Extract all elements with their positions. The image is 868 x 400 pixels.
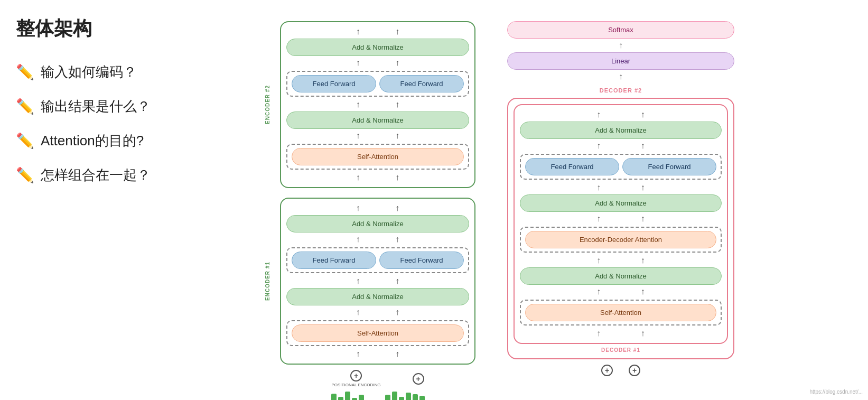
dec-circle-plus-2: + bbox=[629, 365, 640, 376]
question-item-4: ✏️ 怎样组合在一起？ bbox=[16, 166, 238, 184]
enc1-ff-row: Feed Forward Feed Forward bbox=[292, 252, 464, 269]
arrow-enc2-ff: ↑ ↑ bbox=[286, 59, 469, 67]
arrow-dec2-bottom: ↑ ↑ bbox=[520, 329, 722, 338]
pencil-icon-1: ✏️ bbox=[16, 63, 34, 81]
encoder2-label: ENCODER #2 bbox=[265, 85, 270, 124]
dec2-ff-dashed: Feed Forward Feed Forward bbox=[520, 154, 722, 180]
arrow-enc2-mid: ↑ ↑ bbox=[286, 100, 469, 109]
enc2-sa-dashed: Self-Attention bbox=[286, 144, 469, 170]
enc2-self-attn: Self-Attention bbox=[292, 148, 464, 165]
pencil-icon-3: ✏️ bbox=[16, 132, 34, 150]
softmax-pill: Softmax bbox=[507, 21, 734, 39]
watermark: https://blog.csdn.net/... bbox=[809, 389, 863, 395]
encoder-stack: ENCODER #2 ↑ ↑ Add & Normalize ↑ ↑ Feed … bbox=[280, 21, 475, 400]
diagram-panel: ENCODER #2 ↑ ↑ Add & Normalize ↑ ↑ Feed … bbox=[248, 11, 852, 400]
dec2-add-norm-bot: Add & Normalize bbox=[520, 267, 722, 285]
dec2-enc-dec-attn: Encoder-Decoder Attention bbox=[525, 231, 716, 248]
token-x1: x₁ Thinking bbox=[331, 392, 364, 400]
bar8 bbox=[399, 397, 404, 400]
enc2-ff-row: Feed Forward Feed Forward bbox=[292, 75, 464, 92]
arrow-linear: ↑ bbox=[507, 72, 734, 81]
dec2-ff-row: Feed Forward Feed Forward bbox=[525, 158, 716, 175]
decoder2-label-text: DECODER #2 bbox=[507, 87, 734, 94]
decoder1-label-text: DECODER #1 bbox=[514, 347, 728, 353]
bar6 bbox=[385, 395, 390, 400]
linear-pill: Linear bbox=[507, 52, 734, 70]
dec-circle-plus-1: + bbox=[601, 365, 613, 376]
pos-enc-circle-2: + bbox=[413, 373, 424, 385]
encoder1-box: ENCODER #1 ↑ ↑ Add & Normalize ↑ ↑ Feed … bbox=[280, 198, 475, 365]
question-text-1: 输入如何编码？ bbox=[41, 63, 137, 81]
dec2-add-norm-mid: Add & Normalize bbox=[520, 194, 722, 212]
enc2-add-norm-top: Add & Normalize bbox=[286, 39, 469, 56]
arrow-dec2-add-norm2: ↑ ↑ bbox=[520, 256, 722, 265]
enc1-dashed: Feed Forward Feed Forward bbox=[286, 247, 469, 273]
arrow-softmax: ↑ bbox=[507, 41, 734, 50]
pencil-icon-4: ✏️ bbox=[16, 166, 34, 184]
question-item-3: ✏️ Attention的目的? bbox=[16, 132, 238, 150]
decoder-bottom: + + bbox=[507, 365, 734, 376]
arrow-enc1-ff: ↑ ↑ bbox=[286, 235, 469, 244]
enc1-ff1: Feed Forward bbox=[292, 252, 376, 269]
decoder-top-pills: Softmax ↑ Linear ↑ bbox=[507, 21, 734, 81]
bar3 bbox=[345, 392, 350, 400]
arrow-enc2-sa: ↑ ↑ bbox=[286, 132, 469, 140]
enc1-self-attn: Self-Attention bbox=[292, 324, 464, 342]
arrow-enc2-top: ↑ ↑ bbox=[286, 27, 469, 36]
arrow-enc1-mid: ↑ ↑ bbox=[286, 277, 469, 285]
enc1-ff2: Feed Forward bbox=[379, 252, 464, 269]
enc2-add-norm-mid: Add & Normalize bbox=[286, 111, 469, 129]
dec2-self-attn: Self-Attention bbox=[525, 304, 716, 321]
dec2-sa-dashed: Self-Attention bbox=[520, 300, 722, 325]
arrow-enc1-bottom: ↑ ↑ bbox=[286, 350, 469, 358]
bar10 bbox=[413, 394, 418, 400]
encoder2-box: ENCODER #2 ↑ ↑ Add & Normalize ↑ ↑ Feed … bbox=[280, 21, 475, 188]
arrow-enc2-bottom: ↑ ↑ bbox=[286, 173, 469, 182]
arrow-dec2-enc: ↑ ↑ bbox=[520, 215, 722, 223]
bar9 bbox=[406, 393, 411, 400]
bar4 bbox=[352, 398, 357, 400]
bar11 bbox=[419, 396, 425, 400]
enc2-ff2: Feed Forward bbox=[379, 75, 464, 92]
token-x2: x₂ Machines bbox=[385, 392, 425, 400]
page-title: 整体架构 bbox=[16, 16, 238, 42]
dec-input-1: + bbox=[601, 365, 613, 376]
encoder-bottom: + POSITIONAL ENCODING + bbox=[280, 370, 475, 400]
decoder-outer-box: ↑ ↑ Add & Normalize ↑ ↑ Feed Forward Fee… bbox=[507, 98, 734, 359]
encoder1-label: ENCODER #1 bbox=[265, 262, 270, 301]
arrow-enc1-top: ↑ ↑ bbox=[286, 204, 469, 212]
bar2 bbox=[338, 397, 343, 400]
enc1-add-norm-mid: Add & Normalize bbox=[286, 288, 469, 305]
bar1 bbox=[331, 394, 337, 400]
bar7 bbox=[392, 392, 397, 400]
spacer1 bbox=[280, 191, 475, 194]
token-x1-bars bbox=[331, 392, 364, 400]
bar5 bbox=[359, 395, 364, 400]
arrow-enc1-sa: ↑ ↑ bbox=[286, 308, 469, 317]
decoder2-box: ↑ ↑ Add & Normalize ↑ ↑ Feed Forward Fee… bbox=[514, 104, 728, 344]
enc2-ff1: Feed Forward bbox=[292, 75, 376, 92]
dec-input-2: + bbox=[629, 365, 640, 376]
question-item-2: ✏️ 输出结果是什么？ bbox=[16, 97, 238, 116]
arrow-dec2-sa: ↑ ↑ bbox=[520, 287, 722, 296]
dec2-ff1: Feed Forward bbox=[525, 158, 619, 175]
pencil-icon-2: ✏️ bbox=[16, 98, 34, 115]
question-text-3: Attention的目的? bbox=[41, 132, 144, 150]
dec2-enc-dec-dashed: Encoder-Decoder Attention bbox=[520, 227, 722, 253]
dec2-add-norm-top: Add & Normalize bbox=[520, 122, 722, 139]
question-text-4: 怎样组合在一起？ bbox=[41, 166, 151, 184]
arrow-dec2-ff: ↑ ↑ bbox=[520, 142, 722, 150]
enc2-dashed: Feed Forward Feed Forward bbox=[286, 71, 469, 97]
enc1-add-norm-top: Add & Normalize bbox=[286, 215, 469, 232]
question-text-2: 输出结果是什么？ bbox=[41, 97, 151, 116]
arrow-dec2-mid: ↑ ↑ bbox=[520, 183, 722, 192]
dec2-ff2: Feed Forward bbox=[622, 158, 716, 175]
question-item-1: ✏️ 输入如何编码？ bbox=[16, 63, 238, 81]
pos-enc-circle-1: + bbox=[350, 370, 362, 382]
enc1-sa-dashed: Self-Attention bbox=[286, 320, 469, 346]
arrow-dec2-top: ↑ ↑ bbox=[520, 110, 722, 119]
left-panel: 整体架构 ✏️ 输入如何编码？ ✏️ 输出结果是什么？ ✏️ Attention… bbox=[16, 11, 238, 400]
decoder-section: Softmax ↑ Linear ↑ DECODER #2 ↑ ↑ Add & … bbox=[507, 21, 734, 376]
pos-enc-label-text: POSITIONAL ENCODING bbox=[331, 383, 380, 387]
token-x2-bars bbox=[385, 392, 425, 400]
